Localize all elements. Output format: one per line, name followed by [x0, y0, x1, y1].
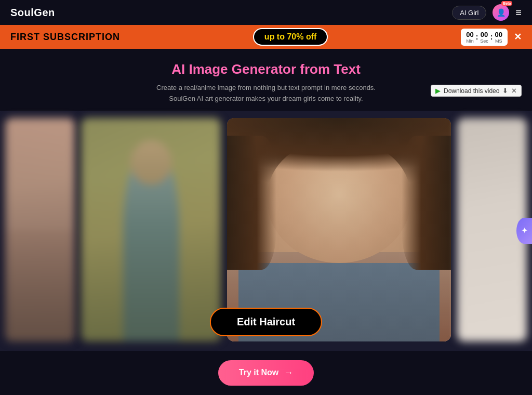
avatar[interactable]: 👤 Beta [493, 4, 509, 21]
download-video-bar: ▶ Download this video ⬇ ✕ [431, 85, 522, 97]
navbar: SoulGen AI Girl 👤 Beta ≡ [0, 0, 532, 25]
sec-label: Sec [480, 38, 488, 44]
download-video-label: Download this video [444, 87, 499, 95]
try-now-section: Try it Now → [0, 351, 532, 391]
gallery-item-2 [81, 118, 221, 341]
logo: SoulGen [10, 7, 55, 19]
ms-label: MS [495, 38, 502, 44]
ms-value: 00 [495, 31, 502, 38]
beta-badge: Beta [501, 1, 512, 6]
countdown-min: 00 Min [466, 31, 474, 44]
hero-section: AI Image Generator from Text Create a re… [0, 49, 532, 111]
try-now-arrow-icon: → [284, 367, 293, 378]
countdown-ms: 00 MS [495, 31, 502, 44]
promo-banner: FIRST SUBSCRIPTION up to 70% off 00 Min … [0, 25, 532, 49]
try-now-button[interactable]: Try it Now → [218, 360, 314, 386]
gallery-item-1 [5, 118, 75, 341]
min-value: 00 [466, 31, 473, 38]
hero-title: AI Image Generator from Text [10, 61, 522, 77]
promo-center: up to 70% off [253, 28, 328, 46]
countdown: 00 Min : 00 Sec : 00 MS [461, 29, 508, 46]
promo-right: 00 Min : 00 Sec : 00 MS ✕ [461, 29, 522, 46]
nav-right: AI Girl 👤 Beta ≡ [452, 4, 522, 21]
discount-badge: up to 70% off [253, 28, 328, 46]
promo-close-button[interactable]: ✕ [514, 31, 522, 43]
countdown-sec: 00 Sec [480, 31, 488, 44]
sec-value: 00 [481, 31, 488, 38]
promo-left-text: FIRST SUBSCRIPTION [10, 32, 120, 43]
edit-haircut-button[interactable]: Edit Haircut [210, 308, 322, 336]
download-close-button[interactable]: ✕ [511, 87, 517, 95]
play-icon: ▶ [435, 87, 441, 95]
ai-girl-button[interactable]: AI Girl [452, 6, 486, 20]
hamburger-button[interactable]: ≡ [515, 7, 522, 18]
gallery-arrow-right-button[interactable]: ✦ [516, 218, 532, 244]
discount-prefix: up to [264, 32, 287, 41]
min-label: Min [466, 38, 474, 44]
try-now-label: Try it Now [239, 368, 278, 377]
sparkle-icon: ✦ [521, 226, 528, 235]
sep-1: : [476, 33, 478, 41]
sep-2: : [490, 33, 493, 41]
gallery-section: Edit Haircut ✦ [0, 111, 532, 351]
download-icon-button[interactable]: ⬇ [502, 87, 508, 95]
discount-value: 70% off [287, 32, 316, 41]
